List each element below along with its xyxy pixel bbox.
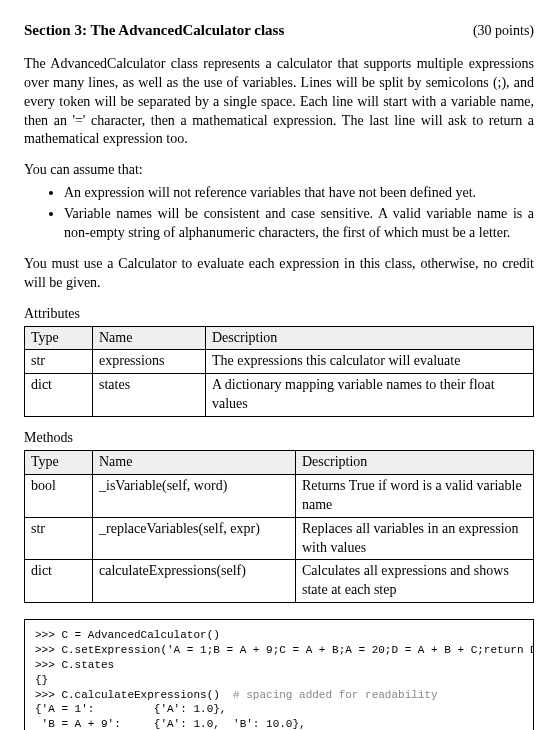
cell-type: bool [25,474,93,517]
table-header-row: Type Name Description [25,326,534,350]
code-line: >>> C = AdvancedCalculator() [35,629,220,641]
methods-table: Type Name Description bool _isVariable(s… [24,450,534,603]
code-line: {} [35,674,48,686]
cell-name: states [93,374,206,417]
cell-desc: A dictionary mapping variable names to t… [206,374,534,417]
code-comment: # spacing added for readability [233,689,438,701]
assume-lead: You can assume that: [24,161,534,180]
assumptions-list: An expression will not reference variabl… [24,184,534,243]
cell-type: str [25,350,93,374]
table-header-row: Type Name Description [25,451,534,475]
code-example: >>> C = AdvancedCalculator() >>> C.setEx… [24,619,534,730]
section-header: Section 3: The AdvancedCalculator class … [24,20,534,41]
list-item: Variable names will be consistent and ca… [64,205,534,243]
code-line: >>> C.states [35,659,114,671]
col-type-header: Type [25,451,93,475]
section-points: (30 points) [473,22,534,41]
table-row: bool _isVariable(self, word) Returns Tru… [25,474,534,517]
table-row: str expressions The expressions this cal… [25,350,534,374]
col-desc-header: Description [296,451,534,475]
table-row: str _replaceVariables(self, expr) Replac… [25,517,534,560]
cell-desc: Returns True if word is a valid variable… [296,474,534,517]
table-row: dict calculateExpressions(self) Calculat… [25,560,534,603]
cell-desc: Calculates all expressions and shows sta… [296,560,534,603]
col-type-header: Type [25,326,93,350]
section-title: Section 3: The AdvancedCalculator class [24,20,284,40]
col-name-header: Name [93,451,296,475]
intro-paragraph: The AdvancedCalculator class represents … [24,55,534,149]
cell-name: _isVariable(self, word) [93,474,296,517]
cell-type: str [25,517,93,560]
cell-desc: The expressions this calculator will eva… [206,350,534,374]
code-line: >>> C.calculateExpressions() [35,689,233,701]
cell-name: expressions [93,350,206,374]
attributes-label: Attributes [24,305,534,324]
code-line: 'B = A + 9': {'A': 1.0, 'B': 10.0}, [35,718,306,730]
methods-label: Methods [24,429,534,448]
table-row: dict states A dictionary mapping variabl… [25,374,534,417]
code-line: >>> C.setExpression('A = 1;B = A + 9;C =… [35,644,534,656]
list-item: An expression will not reference variabl… [64,184,534,203]
attributes-table: Type Name Description str expressions Th… [24,326,534,418]
cell-type: dict [25,374,93,417]
code-line: {'A = 1': {'A': 1.0}, [35,703,226,715]
cell-desc: Replaces all variables in an expression … [296,517,534,560]
col-desc-header: Description [206,326,534,350]
cell-name: _replaceVariables(self, expr) [93,517,296,560]
cell-name: calculateExpressions(self) [93,560,296,603]
cell-type: dict [25,560,93,603]
must-use-paragraph: You must use a Calculator to evaluate ea… [24,255,534,293]
col-name-header: Name [93,326,206,350]
